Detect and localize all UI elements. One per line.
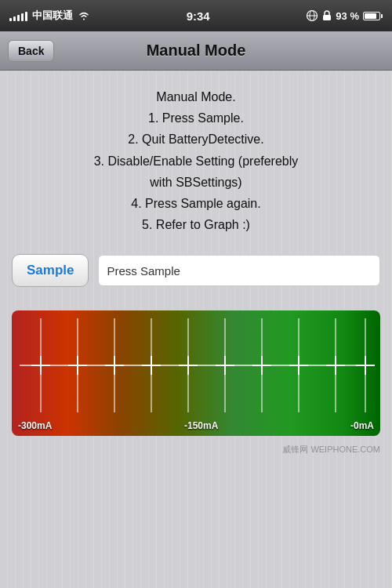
graph-svg [12,310,380,436]
instruction-line6: 4. Press Sample again. [12,193,380,214]
status-left: 中国联通 [9,9,90,23]
lock-icon [322,10,332,21]
globe-icon [306,9,318,22]
instruction-line1: Manual Mode. [12,86,380,107]
carrier-label: 中国联通 [32,9,73,23]
main-content: Manual Mode. 1. Press Sample. 2. Quit Ba… [0,71,392,588]
graph-label-left: -300mA [18,420,52,431]
sample-button[interactable]: Sample [12,254,89,287]
status-right: 93 % [306,9,383,22]
graph-label-center: -150mA [184,420,218,431]
status-bar: 中国联通 9:34 93 % [0,0,392,31]
battery-icon [363,12,383,20]
press-sample-field[interactable]: Press Sample [98,255,380,286]
graph-label-right: -0mA [350,420,374,431]
battery-percent: 93 % [336,10,359,22]
back-button[interactable]: Back [8,40,54,62]
instructions: Manual Mode. 1. Press Sample. 2. Quit Ba… [12,86,380,235]
instruction-line5: with SBSettings) [12,172,380,193]
instruction-line4: 3. Disable/Enable Setting (preferebly [12,151,380,172]
instruction-line2: 1. Press Sample. [12,107,380,129]
graph-labels: -300mA -150mA -0mA [12,420,380,431]
instruction-line3: 2. Quit BatteryDetective. [12,129,380,150]
watermark: 威锋网 WEIPHONE.COM [12,444,380,456]
signal-bars [9,10,27,21]
battery-graph: -300mA -150mA -0mA [12,310,380,436]
nav-bar: Back Manual Mode [0,31,392,71]
svg-rect-3 [323,15,331,20]
nav-title: Manual Mode [147,42,246,60]
sample-row: Sample Press Sample [12,254,380,287]
wifi-icon [78,11,90,20]
status-time: 9:34 [187,9,210,23]
watermark-text: 威锋网 WEIPHONE.COM [282,445,380,454]
press-sample-value: Press Sample [107,264,180,278]
instruction-line7: 5. Refer to Graph :) [12,214,380,235]
